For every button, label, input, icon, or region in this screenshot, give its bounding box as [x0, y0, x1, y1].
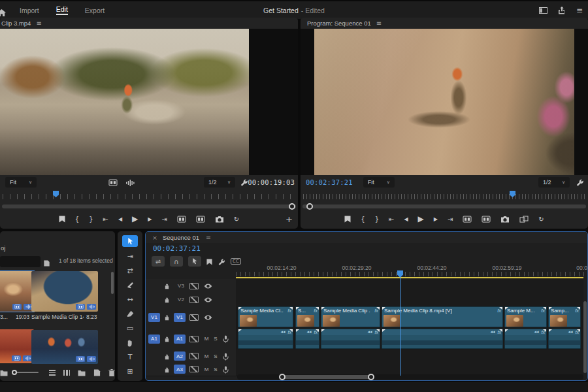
readout-icon[interactable]	[43, 257, 50, 269]
lock-icon[interactable]	[164, 312, 170, 323]
project-search-input[interactable]	[0, 256, 41, 267]
panel-menu-icon[interactable]: ≡	[36, 20, 41, 27]
source-zoom-dropdown[interactable]: 1/2 ∨	[204, 177, 235, 188]
project-item-name[interactable]: Sample Media Clip 14...	[31, 314, 84, 320]
sync-lock-icon[interactable]	[189, 353, 199, 359]
sync-lock-icon[interactable]	[189, 336, 199, 342]
track-visibility-eye-icon[interactable]	[204, 312, 212, 323]
track-v3-lane[interactable]	[236, 279, 583, 293]
drag-video-only-icon[interactable]	[108, 176, 118, 188]
timeline-horizontal-scrollbar[interactable]	[237, 374, 583, 380]
track-target-a2[interactable]: A2	[174, 351, 186, 361]
add-marker-icon[interactable]	[59, 215, 65, 223]
new-bin-icon[interactable]	[78, 367, 86, 378]
razor-tool[interactable]	[122, 280, 138, 290]
source-fit-dropdown[interactable]: Fit ∨	[5, 177, 37, 188]
mark-out-icon[interactable]: }	[89, 216, 93, 223]
program-viewer[interactable]	[301, 29, 588, 175]
new-item-icon[interactable]	[93, 367, 101, 378]
settings-wrench-icon[interactable]	[240, 176, 248, 188]
source-patch-a1[interactable]: A1	[148, 335, 160, 344]
step-back-icon[interactable]: ◀	[404, 216, 408, 222]
sync-lock-icon[interactable]	[189, 283, 199, 289]
video-clip[interactable]: Sample Media Clip ... fx	[321, 306, 380, 327]
lock-icon[interactable]	[164, 280, 170, 292]
timeline-playhead-line[interactable]	[400, 276, 400, 376]
video-clip[interactable]: Samp... fx	[548, 306, 581, 327]
lock-icon[interactable]	[164, 350, 170, 362]
add-marker-icon[interactable]	[344, 215, 351, 223]
loop-icon[interactable]: ↻	[234, 216, 239, 223]
mark-out-icon[interactable]: }	[375, 216, 379, 223]
solo-button[interactable]: S	[212, 367, 219, 372]
step-back-icon[interactable]: ◀	[118, 216, 122, 222]
go-to-in-icon[interactable]: ⇤	[389, 216, 394, 223]
track-target-a1[interactable]: A1	[174, 335, 186, 344]
voiceover-mic-icon[interactable]	[223, 363, 229, 375]
lock-icon[interactable]	[164, 294, 170, 306]
linked-selection-icon[interactable]	[188, 256, 201, 267]
track-visibility-eye-icon[interactable]	[204, 294, 212, 306]
program-zoom-dropdown[interactable]: 1/2 ∨	[538, 177, 570, 188]
panel-menu-icon[interactable]: ≡	[376, 20, 382, 27]
track-visibility-eye-icon[interactable]	[204, 280, 212, 292]
add-marker-icon[interactable]	[206, 255, 212, 267]
timeline-track-area[interactable]: 00:02:14:20 00:02:29:20 00:02:44:20 00:0…	[236, 265, 587, 381]
zoom-handle-left[interactable]	[279, 374, 286, 380]
project-item-name[interactable]: 3...	[0, 314, 10, 320]
delete-trash-icon[interactable]	[108, 367, 115, 378]
hand-tool[interactable]	[122, 338, 138, 348]
program-scrollbar[interactable]	[302, 204, 586, 208]
voiceover-mic-icon[interactable]	[223, 333, 229, 345]
lock-icon[interactable]	[164, 333, 170, 345]
solo-button[interactable]: S	[212, 336, 219, 342]
track-target-a3[interactable]: A3	[174, 365, 186, 374]
track-target-v2[interactable]: V2	[175, 297, 187, 302]
settings-wrench-icon[interactable]	[576, 176, 584, 188]
button-editor-plus-icon[interactable]: +	[286, 214, 293, 224]
readout-folder-icon[interactable]	[0, 367, 8, 378]
timeline-settings-wrench-icon[interactable]	[218, 255, 225, 267]
export-frame-icon[interactable]	[215, 215, 224, 223]
audio-clip[interactable]: ◂◂fx	[295, 329, 319, 349]
audio-clip[interactable]: ◂◂fx	[238, 329, 293, 349]
source-scrollbar[interactable]	[2, 204, 296, 208]
project-scrollbar[interactable]	[111, 272, 114, 294]
solo-button[interactable]: S	[212, 353, 219, 359]
share-icon[interactable]	[558, 5, 566, 16]
video-clip[interactable]: Sample Media Cl... fx	[238, 306, 293, 327]
program-current-timecode[interactable]: 00:02:37:21	[306, 178, 353, 186]
icon-view-icon[interactable]	[63, 370, 70, 376]
sync-lock-icon[interactable]	[189, 297, 199, 303]
video-clip[interactable]: S... fx	[295, 306, 319, 327]
track-target-v1[interactable]: V1	[174, 313, 186, 322]
mute-button[interactable]: M	[203, 336, 210, 342]
audio-clip[interactable]: ◂◂fx	[321, 329, 380, 349]
sync-lock-icon[interactable]	[189, 314, 199, 321]
drag-audio-only-icon[interactable]	[125, 176, 135, 188]
track-a2-lane[interactable]	[236, 350, 583, 363]
more-tools-button[interactable]: ⊞	[122, 367, 138, 376]
timeline-vertical-scrollbar[interactable]	[583, 301, 587, 373]
selection-tool[interactable]	[122, 235, 138, 247]
video-clip[interactable]: Sample M... fx	[504, 306, 547, 327]
track-select-forward-tool[interactable]: ⇥	[122, 252, 138, 261]
audio-clip[interactable]: ◂◂fx	[504, 329, 547, 349]
mark-in-icon[interactable]: {	[361, 216, 365, 223]
comparison-view-icon[interactable]	[519, 215, 529, 223]
track-v2-lane[interactable]	[236, 293, 583, 307]
list-view-icon[interactable]	[49, 370, 56, 376]
sequence-tab[interactable]: × Sequence 01 ≡	[146, 232, 587, 243]
multicamera-icon[interactable]: ↻	[538, 216, 544, 223]
source-viewer[interactable]	[0, 29, 298, 175]
project-item-thumbnail[interactable]	[31, 271, 98, 312]
thumbnail-size-slider[interactable]	[13, 372, 39, 373]
track-target-v3[interactable]: V3	[175, 283, 187, 289]
lock-icon[interactable]	[164, 363, 170, 375]
snap-magnet-icon[interactable]: ∩	[170, 256, 183, 267]
voiceover-mic-icon[interactable]	[223, 350, 229, 362]
step-forward-icon[interactable]: ▶	[434, 216, 438, 222]
program-tab[interactable]: Program: Sequence 01 ≡	[301, 18, 588, 29]
extract-icon[interactable]	[482, 215, 491, 223]
project-item-thumbnail[interactable]	[0, 329, 34, 363]
